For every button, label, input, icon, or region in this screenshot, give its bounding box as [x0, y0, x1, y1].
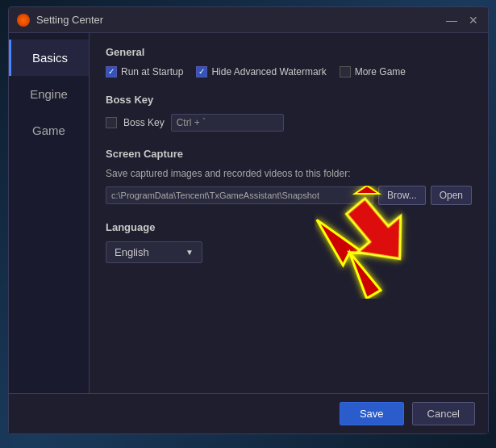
- bottom-bar: Save Cancel: [9, 393, 488, 433]
- sidebar-item-engine[interactable]: Engine: [9, 76, 89, 112]
- run-at-startup-checkbox[interactable]: ✓: [106, 66, 117, 77]
- title-controls: — ✕: [444, 15, 480, 26]
- app-icon: [17, 14, 30, 27]
- title-bar: Setting Center — ✕: [9, 7, 488, 33]
- language-selected-value: English: [115, 246, 149, 258]
- close-button[interactable]: ✕: [467, 15, 480, 26]
- open-button[interactable]: Open: [431, 186, 472, 205]
- boss-key-section: Boss Key Boss Key: [106, 94, 472, 132]
- language-section: Language English ▼: [106, 221, 472, 263]
- language-dropdown[interactable]: English ▼: [106, 241, 202, 263]
- check-icon: ✓: [108, 68, 115, 76]
- boss-key-input[interactable]: [171, 114, 284, 132]
- run-at-startup-label: Run at Startup: [121, 66, 183, 77]
- more-game-checkbox[interactable]: [340, 66, 351, 77]
- content-area: Basics Engine Game General ✓ Run at St: [9, 33, 488, 393]
- chevron-down-icon: ▼: [185, 248, 194, 257]
- hide-watermark-checkbox[interactable]: ✓: [196, 66, 207, 77]
- check-icon-2: ✓: [198, 68, 205, 76]
- setting-center-dialog: Setting Center — ✕ Basics Engine Game Ge…: [8, 6, 489, 434]
- screen-capture-section: Screen Capture Save captured images and …: [106, 148, 472, 205]
- cancel-button[interactable]: Cancel: [412, 402, 475, 425]
- language-title: Language: [106, 221, 472, 233]
- more-game-label: More Game: [355, 66, 406, 77]
- boss-key-row: Boss Key: [106, 114, 472, 132]
- sidebar-item-game[interactable]: Game: [9, 112, 89, 149]
- save-button[interactable]: Save: [340, 402, 404, 425]
- screen-capture-title: Screen Capture: [106, 148, 472, 160]
- boss-key-label: Boss Key: [123, 117, 165, 128]
- capture-path-display: c:\ProgramData\Tencent\TxGameAssistant\S…: [106, 186, 373, 204]
- run-at-startup-item: ✓ Run at Startup: [106, 66, 183, 77]
- browse-button[interactable]: Brow...: [378, 186, 426, 205]
- general-title: General: [106, 46, 472, 58]
- boss-key-title: Boss Key: [106, 94, 472, 106]
- more-game-item: More Game: [340, 66, 406, 77]
- sidebar: Basics Engine Game: [9, 33, 90, 393]
- capture-description: Save captured images and recorded videos…: [106, 168, 472, 179]
- general-section: General ✓ Run at Startup ✓ Hide Advanced…: [106, 46, 472, 77]
- minimize-button[interactable]: —: [444, 15, 459, 26]
- capture-path-row: c:\ProgramData\Tencent\TxGameAssistant\S…: [106, 186, 472, 205]
- sidebar-item-basics[interactable]: Basics: [9, 40, 89, 76]
- hide-watermark-item: ✓ Hide Advanced Watermark: [196, 66, 326, 77]
- main-panel: General ✓ Run at Startup ✓ Hide Advanced…: [90, 33, 488, 393]
- window-title: Setting Center: [36, 14, 444, 26]
- boss-key-checkbox[interactable]: [106, 117, 117, 128]
- general-options-row: ✓ Run at Startup ✓ Hide Advanced Waterma…: [106, 66, 472, 77]
- hide-watermark-label: Hide Advanced Watermark: [211, 66, 326, 77]
